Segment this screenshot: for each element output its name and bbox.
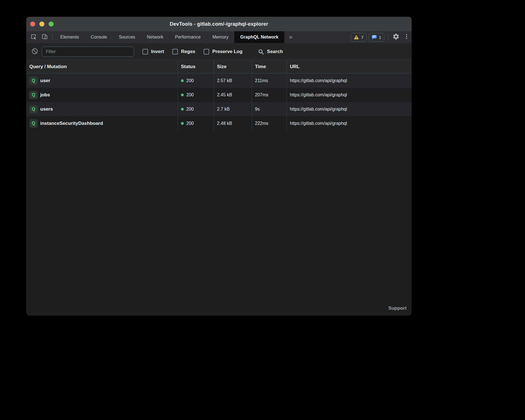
invert-filter-group: Invert bbox=[142, 49, 164, 54]
table-row[interactable]: Q instanceSecurityDashboard 200 2.48 kB … bbox=[26, 116, 412, 130]
url-cell: https://gitlab.com/api/graphql bbox=[287, 116, 412, 130]
query-cell: Q users bbox=[26, 102, 178, 116]
time-cell: 222ms bbox=[252, 116, 287, 130]
gear-icon bbox=[392, 33, 400, 41]
preserve-log-group: Preserve Log bbox=[204, 49, 242, 54]
column-header-size[interactable]: Size bbox=[214, 60, 252, 73]
titlebar: DevTools - gitlab.com/-/graphql-explorer bbox=[26, 17, 412, 31]
traffic-lights bbox=[30, 17, 54, 31]
query-name: jobs bbox=[40, 92, 50, 98]
regex-label: Regex bbox=[181, 49, 195, 54]
query-cell: Q instanceSecurityDashboard bbox=[26, 116, 178, 130]
column-header-url[interactable]: URL bbox=[287, 60, 412, 73]
query-cell: Q jobs bbox=[26, 88, 178, 102]
settings-button[interactable] bbox=[390, 31, 402, 43]
message-count: 1 bbox=[379, 35, 381, 40]
query-type-badge: Q bbox=[29, 77, 38, 85]
requests-table-header: Query / Mutation Status Size Time URL bbox=[26, 60, 412, 73]
warning-triangle-icon bbox=[354, 35, 359, 39]
block-icon bbox=[31, 48, 38, 56]
tab-performance[interactable]: Performance bbox=[169, 31, 207, 43]
query-type-badge: Q bbox=[29, 91, 38, 99]
status-ok-dot bbox=[181, 108, 184, 111]
status-ok-dot bbox=[181, 94, 184, 96]
panel-footer: Support bbox=[26, 306, 412, 316]
requests-table-body: Q user 200 2.57 kB 211ms https://gitlab.… bbox=[26, 73, 412, 130]
size-cell: 2.48 kB bbox=[214, 116, 252, 130]
tab-network[interactable]: Network bbox=[141, 31, 169, 43]
warnings-badge[interactable]: 7 bbox=[351, 33, 366, 42]
size-cell: 2.45 kB bbox=[214, 88, 252, 102]
chevron-double-right-icon: » bbox=[289, 34, 292, 41]
time-cell: 211ms bbox=[252, 73, 287, 88]
tabbar-divider bbox=[52, 34, 52, 40]
support-link[interactable]: Support bbox=[388, 306, 407, 311]
status-text: 200 bbox=[186, 92, 194, 97]
tabbar-right-divider bbox=[388, 34, 388, 40]
status-cell: 200 bbox=[178, 88, 214, 102]
url-cell: https://gitlab.com/api/graphql bbox=[287, 102, 412, 116]
close-window-button[interactable] bbox=[30, 22, 35, 27]
query-cell: Q user bbox=[26, 73, 178, 88]
device-toolbar-icon bbox=[42, 34, 48, 41]
window-title: DevTools - gitlab.com/-/graphql-explorer bbox=[26, 21, 412, 27]
search-label: Search bbox=[267, 49, 283, 54]
url-cell: https://gitlab.com/api/graphql bbox=[287, 73, 412, 88]
warning-count: 7 bbox=[361, 35, 363, 40]
table-row[interactable]: Q jobs 200 2.45 kB 207ms https://gitlab.… bbox=[26, 88, 412, 102]
inspect-element-button[interactable] bbox=[28, 31, 39, 43]
regex-checkbox[interactable] bbox=[172, 49, 178, 54]
preserve-log-checkbox[interactable] bbox=[204, 49, 209, 54]
minimize-window-button[interactable] bbox=[39, 22, 44, 27]
query-name: user bbox=[40, 78, 50, 83]
tab-console[interactable]: Console bbox=[85, 31, 113, 43]
status-cell: 200 bbox=[178, 73, 214, 88]
status-text: 200 bbox=[186, 78, 194, 83]
issues-badge[interactable]: 1 bbox=[369, 33, 384, 42]
query-type-badge: Q bbox=[29, 105, 38, 113]
empty-content-area bbox=[26, 130, 412, 306]
devtools-tabbar: Elements Console Sources Network Perform… bbox=[26, 31, 412, 43]
search-icon bbox=[258, 49, 264, 55]
status-text: 200 bbox=[186, 107, 194, 112]
tab-sources[interactable]: Sources bbox=[113, 31, 141, 43]
table-row[interactable]: Q users 200 2.7 kB 9s https://gitlab.com… bbox=[26, 102, 412, 116]
status-cell: 200 bbox=[178, 102, 214, 116]
status-text: 200 bbox=[186, 121, 194, 126]
tab-elements[interactable]: Elements bbox=[54, 31, 85, 43]
invert-label: Invert bbox=[151, 49, 164, 54]
filter-input[interactable] bbox=[42, 47, 134, 57]
inspect-cursor-icon bbox=[30, 34, 37, 41]
clear-requests-button[interactable] bbox=[31, 48, 39, 56]
tab-graphql-network[interactable]: GraphQL Network bbox=[234, 31, 284, 43]
size-cell: 2.7 kB bbox=[214, 102, 252, 116]
column-header-query-mutation[interactable]: Query / Mutation bbox=[26, 60, 178, 73]
more-tabs-button[interactable]: » bbox=[284, 31, 297, 43]
table-row[interactable]: Q user 200 2.57 kB 211ms https://gitlab.… bbox=[26, 73, 412, 88]
search-toggle[interactable]: Search bbox=[258, 49, 283, 55]
tabbar-spacer bbox=[297, 31, 351, 43]
tab-memory[interactable]: Memory bbox=[206, 31, 234, 43]
status-ok-dot bbox=[181, 79, 184, 82]
devtools-menu-button[interactable] bbox=[402, 31, 412, 43]
query-name: instanceSecurityDashboard bbox=[40, 121, 103, 126]
column-header-time[interactable]: Time bbox=[252, 60, 287, 73]
invert-checkbox[interactable] bbox=[142, 49, 148, 54]
device-toolbar-button[interactable] bbox=[39, 31, 50, 43]
zoom-window-button[interactable] bbox=[49, 22, 54, 27]
status-ok-dot bbox=[181, 122, 184, 125]
message-bubble-icon bbox=[372, 35, 377, 40]
query-type-badge: Q bbox=[29, 119, 38, 128]
devtools-window: DevTools - gitlab.com/-/graphql-explorer… bbox=[26, 17, 412, 316]
regex-filter-group: Regex bbox=[172, 49, 195, 54]
time-cell: 9s bbox=[252, 102, 287, 116]
kebab-menu-icon bbox=[404, 34, 410, 41]
url-cell: https://gitlab.com/api/graphql bbox=[287, 88, 412, 102]
column-header-status[interactable]: Status bbox=[178, 60, 214, 73]
filter-toolbar: Invert Regex Preserve Log Search bbox=[26, 43, 412, 60]
query-name: users bbox=[40, 106, 53, 112]
size-cell: 2.57 kB bbox=[214, 73, 252, 88]
time-cell: 207ms bbox=[252, 88, 287, 102]
preserve-log-label: Preserve Log bbox=[212, 49, 242, 54]
status-cell: 200 bbox=[178, 116, 214, 130]
